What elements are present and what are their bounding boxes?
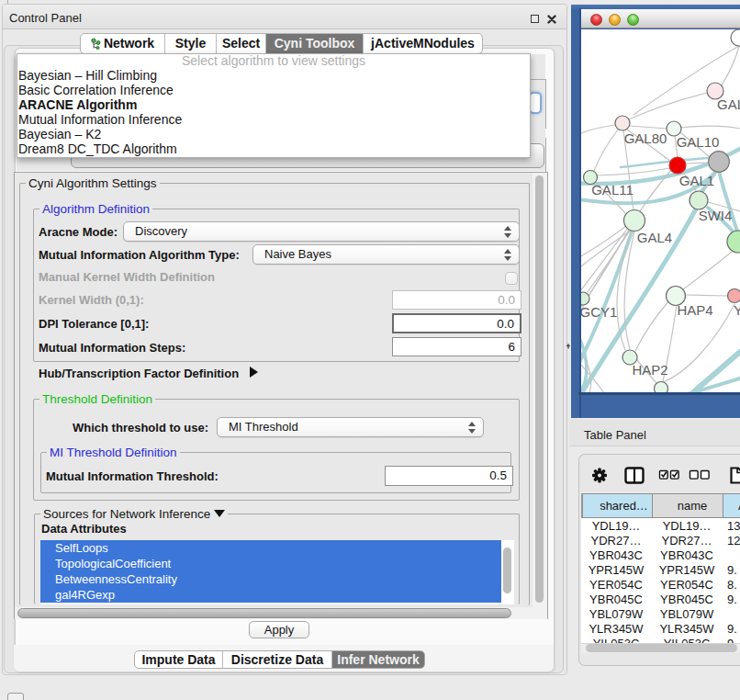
svg-text:GAL4: GAL4	[637, 230, 672, 245]
svg-text:GCY1: GCY1	[581, 304, 617, 320]
svg-text:GAL7: GAL7	[717, 96, 740, 112]
svg-text:SWI4: SWI4	[699, 208, 733, 223]
svg-text:Y: Y	[734, 302, 740, 318]
svg-text:GAL10: GAL10	[677, 134, 720, 150]
svg-text:GAL1: GAL1	[679, 173, 714, 188]
svg-text:HAP2: HAP2	[632, 362, 667, 378]
svg-text:GAL80: GAL80	[624, 130, 667, 146]
svg-text:GAL11: GAL11	[591, 182, 633, 198]
svg-text:HAP4: HAP4	[677, 302, 712, 318]
